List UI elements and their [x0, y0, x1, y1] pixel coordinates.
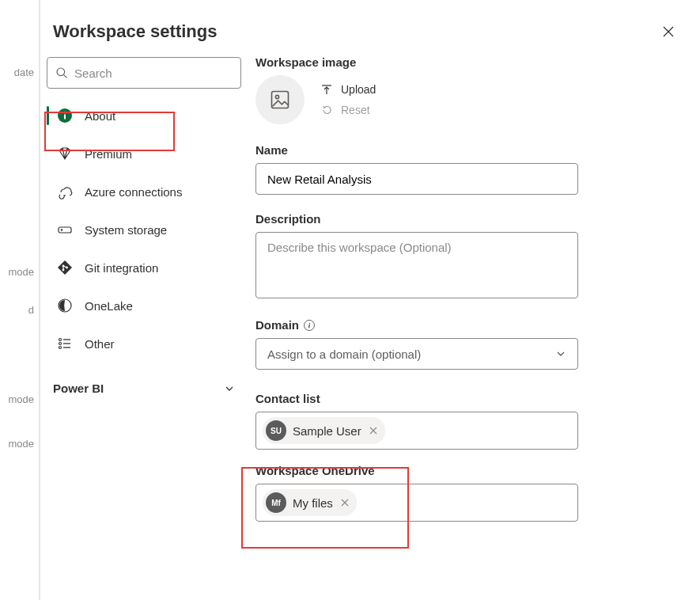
svg-line-1 — [63, 74, 66, 78]
upload-button[interactable]: Upload — [320, 83, 376, 96]
onedrive-chip: Mf My files — [263, 489, 357, 516]
nav-item-system-storage[interactable]: System storage — [47, 211, 241, 249]
contact-list-label: Contact list — [255, 392, 679, 405]
description-input[interactable] — [255, 232, 578, 298]
nav-item-other[interactable]: Other — [47, 325, 241, 363]
nav-item-git-integration[interactable]: Git integration — [47, 249, 241, 287]
nav-item-about[interactable]: About — [47, 97, 241, 135]
bg-text: d — [28, 304, 34, 316]
name-label: Name — [255, 143, 679, 157]
domain-placeholder: Assign to a domain (optional) — [267, 347, 421, 361]
description-label: Description — [255, 212, 679, 226]
background-sidebar: datemodedmodemode — [0, 0, 40, 600]
reset-button: Reset — [320, 104, 376, 116]
workspace-image-placeholder[interactable] — [255, 75, 305, 124]
settings-list-icon — [56, 336, 74, 351]
search-input[interactable] — [74, 66, 233, 80]
bg-text: mode — [8, 393, 34, 405]
search-box[interactable] — [47, 57, 241, 89]
domain-select[interactable]: Assign to a domain (optional) — [255, 338, 578, 370]
info-icon[interactable]: i — [304, 320, 315, 331]
nav-label: Premium — [85, 147, 132, 161]
close-icon — [369, 427, 377, 435]
dialog-header: Workspace settings — [40, 0, 700, 52]
svg-rect-19 — [272, 92, 289, 108]
name-input[interactable] — [255, 163, 578, 195]
avatar: Mf — [266, 492, 286, 513]
nav-section-powerbi[interactable]: Power BI — [47, 363, 241, 401]
svg-point-15 — [59, 343, 62, 345]
svg-point-20 — [275, 95, 278, 98]
nav-item-azure-connections[interactable]: Azure connections — [47, 173, 241, 211]
nav-label: Azure connections — [85, 185, 182, 199]
dialog-title: Workspace settings — [53, 21, 217, 42]
onedrive-name: My files — [293, 496, 333, 510]
avatar: SU — [266, 420, 286, 441]
cloud-sync-icon — [56, 184, 74, 199]
chevron-down-icon — [224, 383, 235, 394]
nav-item-premium[interactable]: Premium — [47, 135, 241, 173]
close-icon — [662, 25, 675, 38]
close-button[interactable] — [656, 19, 681, 44]
upload-label: Upload — [341, 83, 376, 96]
storage-icon — [56, 222, 74, 237]
svg-point-13 — [59, 339, 62, 341]
workspace-onedrive-label: Workspace OneDrive — [255, 464, 679, 477]
settings-nav: About Premium Azure connections System s… — [40, 52, 248, 600]
picture-icon — [269, 89, 291, 111]
nav-section-label: Power BI — [53, 382, 104, 395]
reset-icon — [320, 104, 333, 116]
reset-label: Reset — [341, 104, 370, 116]
svg-point-17 — [59, 347, 62, 349]
svg-rect-4 — [64, 115, 66, 120]
svg-point-6 — [61, 229, 62, 230]
contact-chip: SU Sample User — [263, 417, 385, 444]
bg-text: mode — [8, 438, 34, 450]
chevron-down-icon — [555, 348, 566, 359]
upload-icon — [320, 83, 333, 96]
bg-text: date — [14, 66, 34, 78]
svg-point-0 — [57, 68, 65, 76]
nav-label: Git integration — [85, 261, 158, 275]
nav-label: OneLake — [85, 299, 133, 313]
contact-list-input[interactable]: SU Sample User — [255, 412, 578, 450]
nav-label: Other — [85, 337, 115, 351]
nav-item-onelake[interactable]: OneLake — [47, 287, 241, 325]
domain-label: Domain — [255, 318, 299, 332]
nav-label: About — [85, 109, 115, 123]
search-icon — [55, 66, 68, 80]
close-icon — [341, 499, 349, 507]
remove-onedrive-button[interactable] — [339, 499, 350, 507]
nav-label: System storage — [85, 223, 167, 237]
workspace-settings-dialog: Workspace settings About — [40, 0, 700, 600]
workspace-onedrive-input[interactable]: Mf My files — [255, 484, 578, 522]
svg-rect-5 — [59, 227, 71, 233]
diamond-icon — [56, 146, 74, 161]
git-icon — [56, 260, 74, 275]
settings-content: Workspace image Upload Reset — [248, 52, 700, 600]
contact-name: Sample User — [293, 424, 361, 438]
remove-cont
act-button[interactable] — [368, 427, 379, 435]
svg-point-3 — [64, 112, 66, 113]
bg-text: mode — [8, 266, 34, 278]
onelake-icon — [56, 298, 74, 313]
info-circle-icon — [56, 108, 74, 123]
workspace-image-label: Workspace image — [255, 55, 679, 69]
